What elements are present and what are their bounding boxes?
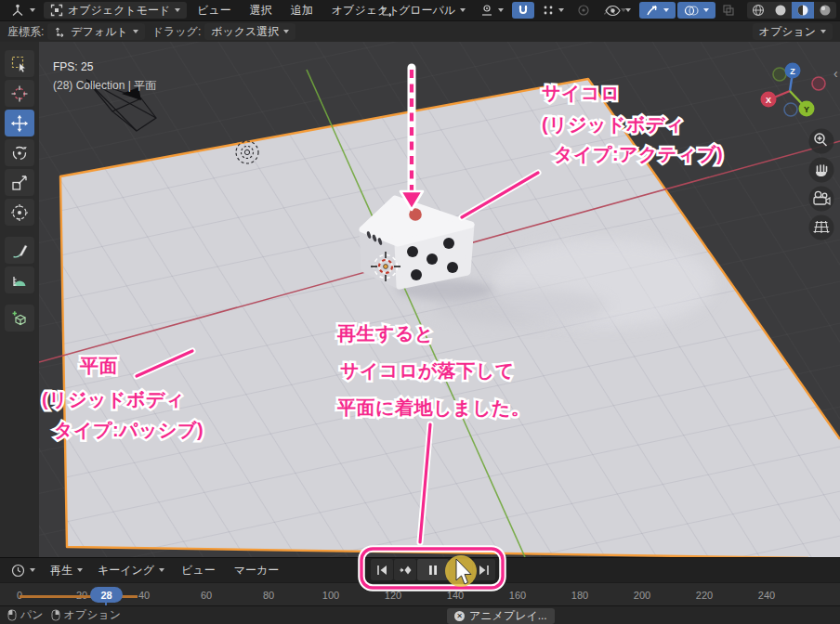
timeline-menu-view[interactable]: ビュー — [173, 562, 224, 578]
timeline-menu-playback[interactable]: 再生 — [44, 562, 89, 578]
pause-icon — [427, 565, 439, 576]
drag-value: ボックス選択 — [211, 24, 279, 40]
tool-annotate[interactable] — [5, 237, 34, 264]
proportional-edit-icon — [577, 4, 590, 17]
gizmos-dropdown[interactable] — [639, 2, 676, 19]
xray-toggle-button[interactable] — [717, 2, 740, 19]
chevron-down-icon — [30, 8, 35, 12]
keying-menu-label: キーイング — [98, 563, 154, 578]
ruler-tick: 100 — [317, 590, 345, 601]
tool-select-box[interactable] — [5, 50, 34, 77]
viewport-3d[interactable] — [39, 42, 840, 557]
options-dropdown[interactable]: オプション — [753, 23, 833, 40]
viewport-editor-icon — [10, 4, 25, 17]
proportional-edit-button[interactable] — [572, 2, 595, 19]
material-sphere-icon — [796, 4, 809, 17]
overlays-dropdown[interactable] — [677, 2, 715, 19]
menu-view[interactable]: ビュー — [189, 2, 240, 19]
chevron-down-icon — [175, 8, 180, 12]
ruler-tick: 80 — [255, 590, 282, 601]
ruler-tick: 180 — [566, 590, 594, 601]
status-pill-label: アニメプレイ... — [469, 608, 547, 624]
statusbar-pan-hint: パン — [7, 607, 44, 623]
jump-end-icon — [478, 565, 491, 576]
ruler-tick: 60 — [192, 590, 220, 601]
menu-add[interactable]: 追加 — [282, 2, 322, 19]
snap-toggle-button[interactable] — [512, 2, 534, 19]
ruler-tick: 200 — [628, 590, 656, 601]
jump-to-start-button[interactable] — [371, 559, 393, 580]
transform-orientation-dropdown[interactable]: グローバル — [374, 2, 472, 19]
status-bar: パン オプション ✕ アニメプレイ... — [0, 605, 840, 624]
ruler-tick: 160 — [504, 590, 532, 601]
tool-3d-cursor[interactable] — [5, 80, 34, 107]
tool-move[interactable] — [5, 110, 34, 136]
shading-rendered-button[interactable] — [814, 2, 836, 19]
statusbar-options-hint: オプション — [51, 607, 121, 623]
magnet-icon — [517, 4, 530, 17]
shading-material-button[interactable] — [792, 2, 814, 19]
pause-button[interactable] — [417, 559, 449, 580]
chevron-down-icon — [820, 30, 826, 33]
jump-to-end-button[interactable] — [473, 559, 495, 580]
chevron-down-icon — [460, 8, 466, 12]
cursor-drag-icon — [54, 26, 66, 38]
rendered-sphere-icon — [819, 4, 832, 17]
tool-rotate[interactable] — [5, 139, 34, 166]
timeline-editor-type-button[interactable] — [5, 562, 42, 578]
object-visibility-dropdown[interactable] — [598, 2, 637, 19]
tool-measure[interactable] — [5, 266, 34, 293]
snap-settings-dropdown[interactable] — [536, 2, 571, 19]
move-tool-icon — [10, 114, 29, 133]
ruler-tick: 120 — [379, 590, 407, 601]
shading-solid-button[interactable] — [769, 2, 792, 19]
chevron-down-icon — [77, 568, 83, 572]
menu-select[interactable]: 選択 — [242, 2, 281, 19]
timeline-menu-marker[interactable]: マーカー — [226, 562, 288, 578]
select-box-icon — [10, 55, 29, 73]
timeline-menu-keying[interactable]: キーイング — [91, 562, 171, 578]
tool-scale[interactable] — [5, 169, 34, 196]
pivot-point-dropdown[interactable] — [474, 2, 510, 19]
cursor-tool-icon — [10, 84, 29, 103]
tool-transform[interactable] — [5, 199, 34, 226]
chevron-down-icon — [625, 8, 631, 12]
chevron-down-icon — [133, 30, 138, 33]
shading-wireframe-button[interactable] — [747, 2, 769, 19]
add-cube-icon — [10, 309, 29, 328]
chevron-down-icon — [30, 568, 35, 572]
overlays-icon — [684, 5, 699, 17]
timeline-ruler[interactable]: 0 20 40 60 80 100 120 140 160 180 200 22… — [0, 582, 840, 605]
rotate-tool-icon — [10, 144, 29, 162]
clock-icon — [11, 564, 25, 578]
pivot-icon — [480, 4, 493, 17]
annotate-pencil-icon — [10, 241, 29, 260]
animation-playing-status[interactable]: ✕ アニメプレイ... — [447, 608, 555, 624]
chevron-down-icon — [498, 8, 504, 12]
ruler-tick: 220 — [690, 590, 718, 601]
mode-selector[interactable]: オブジェクトモード — [44, 2, 187, 19]
ruler-tick: 140 — [441, 590, 469, 601]
jump-start-icon — [375, 565, 388, 576]
coord-label: 座標系: — [7, 24, 44, 40]
gizmo-arrow-icon — [646, 4, 659, 17]
measure-ruler-icon — [10, 271, 29, 290]
playhead-badge[interactable]: 28 — [90, 587, 123, 603]
play-button[interactable] — [450, 559, 472, 580]
ruler-tick: 240 — [753, 590, 781, 601]
top-header: オブジェクトモード ビュー 選択 追加 オブジェクト グローバル — [0, 0, 840, 20]
prev-keyframe-icon — [399, 565, 412, 576]
drag-mode-dropdown[interactable]: ボックス選択 — [204, 23, 295, 40]
drag-label: ドラッグ: — [152, 24, 201, 40]
coord-default-dropdown[interactable]: デフォルト — [47, 23, 144, 40]
editor-type-button[interactable] — [4, 2, 42, 19]
snap-grid-icon — [543, 5, 554, 16]
tool-add-cube[interactable] — [5, 305, 34, 332]
transform-tool-icon — [10, 203, 29, 222]
close-icon[interactable]: ✕ — [454, 611, 465, 621]
options-label: オプション — [759, 24, 816, 40]
tool-settings-bar: 座標系: デフォルト ドラッグ: ボックス選択 オプション — [0, 20, 840, 42]
playback-controls — [371, 559, 495, 580]
jump-prev-keyframe-button[interactable] — [394, 559, 416, 580]
visibility-eye-icon — [605, 5, 621, 17]
